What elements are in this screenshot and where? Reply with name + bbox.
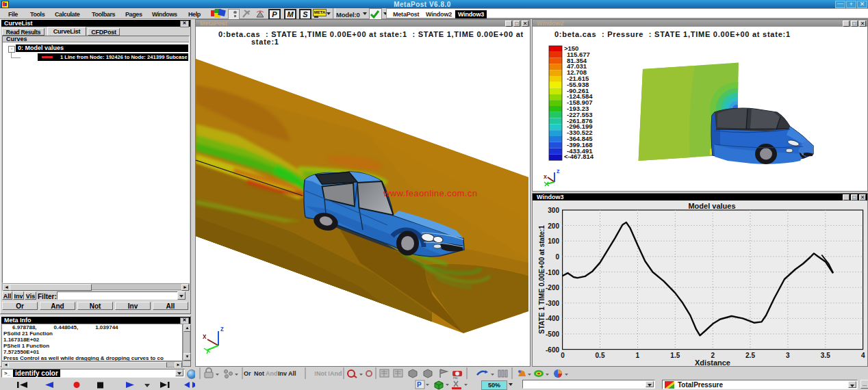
svg-text:z: z xyxy=(557,168,560,174)
svg-text:1.5: 1.5 xyxy=(670,352,680,359)
svg-text:-200: -200 xyxy=(546,284,559,291)
svg-text:www.feaonline.com.cn: www.feaonline.com.cn xyxy=(383,188,477,198)
svg-text:2.5: 2.5 xyxy=(745,352,755,359)
svg-text:<-467.814: <-467.814 xyxy=(564,153,594,160)
svg-text:x: x xyxy=(203,333,207,340)
svg-text:P: P xyxy=(417,381,422,389)
svg-text:And: And xyxy=(266,370,278,377)
svg-text:x: x xyxy=(544,173,547,180)
svg-text:-500: -500 xyxy=(546,330,559,338)
svg-text:Inv: Inv xyxy=(278,370,287,377)
svg-text:200: 200 xyxy=(548,222,559,230)
svg-text:Not: Not xyxy=(254,370,264,377)
svg-text:!Not: !Not xyxy=(314,370,327,377)
svg-text:100: 100 xyxy=(548,237,559,245)
svg-text:All: All xyxy=(288,370,296,377)
svg-text:Xdistance: Xdistance xyxy=(695,359,730,366)
svg-text:Model values: Model values xyxy=(688,202,735,210)
svg-text:1: 1 xyxy=(636,352,640,359)
svg-text:!And: !And xyxy=(328,370,342,377)
svg-text:-100: -100 xyxy=(546,269,559,276)
svg-text:-300: -300 xyxy=(546,300,559,307)
svg-text:300: 300 xyxy=(548,207,559,214)
svg-text:2: 2 xyxy=(711,352,715,359)
svg-text:0: 0 xyxy=(555,253,559,261)
svg-text:3.5: 3.5 xyxy=(821,352,830,359)
svg-text:z: z xyxy=(220,325,224,333)
svg-text:0.5: 0.5 xyxy=(596,352,605,359)
svg-text:0: 0 xyxy=(561,352,565,359)
svg-text:3: 3 xyxy=(786,352,790,359)
svg-text:Or: Or xyxy=(244,370,251,377)
svg-text:4: 4 xyxy=(861,352,865,359)
svg-text:-400: -400 xyxy=(546,315,559,322)
svg-text:-600: -600 xyxy=(546,346,559,354)
